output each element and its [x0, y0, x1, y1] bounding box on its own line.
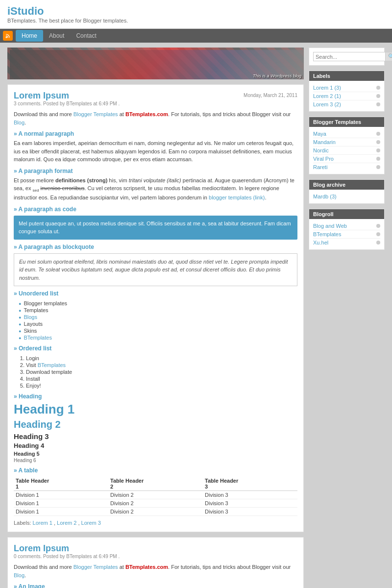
- table-header-3: Table Header3: [203, 477, 297, 491]
- h5-demo: Heading 5: [14, 451, 297, 457]
- list-item: BTemplates: [19, 334, 297, 341]
- format-heading: » A paragraph format: [14, 168, 297, 174]
- nav-contact[interactable]: Contact: [70, 30, 102, 42]
- blockquote-block: Eu mei solum oporteat eleifend, libris n…: [14, 253, 297, 287]
- h3-demo: Heading 3: [14, 432, 297, 441]
- blogger-item-maya: Maya: [313, 130, 380, 138]
- list-item: Login: [26, 355, 297, 362]
- search-box: 🔍: [311, 50, 382, 63]
- label-link-1[interactable]: Lorem 1 (3): [313, 85, 341, 91]
- label-dot-1: [376, 86, 380, 90]
- blogger-templates-link-2[interactable]: Blogger Templates: [74, 564, 118, 570]
- h2-demo: Heading 2: [14, 419, 297, 430]
- blogroll-list: Blog and Web BTemplates Xu.hel: [309, 219, 384, 249]
- archive-widget: Blog archive Mardb (3): [309, 179, 385, 204]
- nav-home[interactable]: Home: [16, 30, 43, 42]
- format-text: Et posse meliore definitiones (strong) h…: [14, 176, 297, 202]
- post-1-meta: 3 comments. Posted by BTemplates at 6:49…: [14, 101, 297, 106]
- code-block: Mel putent quaeque an, ut postea melius …: [14, 216, 297, 240]
- blogroll-item-blogweb: Blog and Web: [313, 222, 380, 230]
- label-link-2[interactable]: Lorem 2 (1): [313, 93, 341, 99]
- label-item-3: Lorem 3 (2): [313, 100, 380, 108]
- nav-about[interactable]: About: [43, 30, 70, 42]
- table-row: Division 1 Division 2 Division 3: [14, 491, 297, 499]
- list-item: Templates: [19, 307, 297, 314]
- table-heading: » A table: [14, 467, 297, 474]
- post-1: Lorem Ipsum Monday, March 21, 2011 3 com…: [7, 84, 304, 532]
- post-1-title: Lorem Ipsum: [14, 91, 69, 100]
- blogweb-link[interactable]: Blog and Web: [313, 223, 347, 229]
- nordic-link[interactable]: Nordic: [313, 147, 329, 153]
- normal-heading: » A normal paragraph: [14, 130, 297, 137]
- list-item: Visit BTemplates: [26, 362, 297, 368]
- label-lorem3[interactable]: Lorem 3: [81, 520, 101, 526]
- labels-title: Labels: [309, 71, 384, 81]
- hero-caption: This is a Wordpress blog: [253, 74, 301, 78]
- list-item: Install: [26, 375, 297, 382]
- blog-link-1[interactable]: Blog: [14, 120, 24, 125]
- viralpro-link[interactable]: Viral Pro: [313, 156, 334, 162]
- search-button[interactable]: 🔍: [386, 52, 392, 61]
- blogger-templates-widget: Blogger Templates Maya Mandarin Nordic V…: [309, 117, 385, 174]
- btemplates-blogroll-link[interactable]: BTemplates: [313, 231, 341, 237]
- site-tagline: BTemplates. The best place for Blogger t…: [7, 18, 385, 24]
- h4-demo: Heading 4: [14, 442, 297, 449]
- blogger-item-rareti: Rareti: [313, 163, 380, 171]
- archive-mardb-link[interactable]: Mardb (3): [313, 194, 337, 199]
- post-1-date: Monday, March 21, 2011: [244, 93, 297, 98]
- btemplates-link-2[interactable]: BTemplates.com: [125, 564, 168, 570]
- labels-widget: Labels Lorem 1 (3) Lorem 2 (1) Lorem 3 (…: [309, 71, 385, 112]
- post-2-title: Lorem Ipsum: [14, 543, 297, 554]
- labels-list: Lorem 1 (3) Lorem 2 (1) Lorem 3 (2): [309, 81, 384, 111]
- svg-point-0: [6, 37, 7, 38]
- blog-link-2[interactable]: Blog: [14, 572, 24, 578]
- blogger-templates-text-link[interactable]: blogger templates (link): [209, 195, 265, 200]
- label-item-2: Lorem 2 (1): [313, 92, 380, 100]
- mandarin-link[interactable]: Mandarin: [313, 139, 336, 145]
- blogger-item-nordic: Nordic: [313, 147, 380, 155]
- table-header-2: Table Header2: [108, 477, 203, 491]
- list-item: Skins: [19, 327, 297, 334]
- unordered-list: Blogger templates Templates Blogs Layout…: [19, 300, 297, 341]
- label-dot-2: [376, 94, 380, 98]
- blogger-templates-link-1[interactable]: Blogger Templates: [74, 111, 118, 117]
- rareti-link[interactable]: Rareti: [313, 164, 327, 170]
- nav-bar: Home About Contact: [0, 29, 392, 43]
- ordered-list: Login Visit BTemplates Download template…: [26, 355, 297, 389]
- viralpro-dot: [376, 157, 380, 161]
- btemplates-list-link[interactable]: BTemplates: [24, 335, 51, 341]
- blockquote-heading: » A paragraph as blockquote: [14, 244, 297, 250]
- archive-title: Blog archive: [309, 180, 384, 190]
- search-widget: 🔍: [309, 48, 385, 66]
- code-heading: » A paragraph as code: [14, 206, 297, 213]
- h1-demo: Heading 1: [14, 402, 297, 417]
- mandarin-dot: [376, 140, 380, 144]
- label-lorem1[interactable]: Lorem 1: [33, 520, 52, 526]
- blogs-link[interactable]: Blogs: [24, 314, 37, 320]
- xuhel-link[interactable]: Xu.hel: [313, 240, 328, 245]
- rareti-dot: [376, 165, 380, 169]
- archive-list: Mardb (3): [309, 190, 384, 203]
- blogroll-title: Blogroll: [309, 209, 384, 219]
- post-2: Lorem Ipsum 0 comments. Posted by BTempl…: [7, 537, 304, 588]
- maya-link[interactable]: Maya: [313, 131, 326, 137]
- demo-table: Table Header1 Table Header2 Table Header…: [14, 477, 297, 516]
- btemplates-link-1[interactable]: BTemplates.com: [125, 111, 168, 117]
- table-header-1: Table Header1: [14, 477, 108, 491]
- rss-icon[interactable]: [3, 31, 13, 41]
- btemplates-dot: [376, 232, 380, 236]
- label-dot-3: [376, 102, 380, 106]
- list-item: Download template: [26, 368, 297, 375]
- label-link-3[interactable]: Lorem 3 (2): [313, 101, 341, 107]
- sidebar: 🔍 Labels Lorem 1 (3) Lorem 2 (1) Lorem 3…: [309, 48, 385, 588]
- btemplates-ordered-link[interactable]: BTemplates: [38, 362, 66, 368]
- list-item: Blogger templates: [19, 300, 297, 307]
- table-row: Division 1 Division 2 Division 3: [14, 508, 297, 516]
- blogweb-dot: [376, 224, 380, 228]
- search-input[interactable]: [313, 52, 386, 61]
- heading-section-label: » Heading: [14, 393, 297, 400]
- label-lorem2[interactable]: Lorem 2: [57, 520, 76, 526]
- post-1-intro: Download this and more Blogger Templates…: [14, 110, 297, 126]
- blogroll-widget: Blogroll Blog and Web BTemplates Xu.hel: [309, 209, 385, 250]
- list-item: Enjoy!: [26, 382, 297, 389]
